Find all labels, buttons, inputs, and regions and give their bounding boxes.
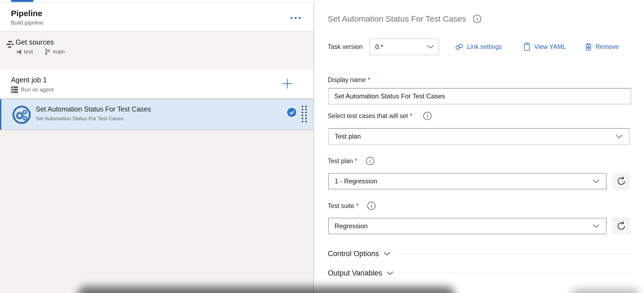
pipeline-editor: Pipeline Build pipeline Get sources test	[0, 0, 644, 293]
drag-handle-icon[interactable]	[302, 106, 307, 122]
task-version-row: Task version 0.*	[328, 39, 439, 55]
link-settings-label: Link settings	[467, 43, 502, 51]
server-icon	[11, 86, 18, 93]
task-settings-panel: Set Automation Status For Test Cases Tas…	[315, 0, 644, 293]
display-name-input[interactable]	[328, 88, 631, 104]
link-settings-button[interactable]: Link settings	[455, 39, 502, 55]
agent-job-title: Agent job 1	[11, 76, 47, 84]
steps-icon	[6, 40, 14, 49]
remove-label: Remove	[595, 43, 619, 51]
remove-button[interactable]: Remove	[585, 39, 619, 55]
chevron-down-icon	[427, 45, 434, 49]
task-list-empty-area	[0, 130, 314, 293]
task-subtitle: Set Automation Status For Test Cases	[36, 116, 123, 122]
refresh-icon	[616, 221, 626, 231]
repo-name[interactable]: test	[24, 49, 33, 55]
section-divider	[397, 253, 631, 254]
plus-icon	[281, 78, 293, 90]
select-test-cases-dropdown[interactable]: Test plan	[328, 128, 630, 145]
test-suite-value: Regression	[335, 222, 368, 230]
test-plan-dropdown[interactable]: 1 - Regression	[328, 173, 607, 189]
task-version-select[interactable]: 0.*	[369, 39, 439, 55]
chevron-down-icon	[616, 135, 622, 138]
git-branch-icon	[45, 48, 50, 55]
pipeline-header: Pipeline Build pipeline	[0, 3, 314, 31]
output-variables-section[interactable]: Output Variables	[328, 266, 631, 280]
select-test-cases-value: Test plan	[335, 133, 361, 140]
task-title: Set Automation Status For Test Cases	[36, 105, 151, 113]
link-icon	[455, 43, 463, 51]
pipeline-tree-panel: Pipeline Build pipeline Get sources test	[0, 3, 314, 293]
select-test-cases-label: Select test cases that will set*	[328, 112, 432, 120]
task-row-selected[interactable]: Set Automation Status For Test Cases Set…	[0, 99, 314, 130]
agent-job-row[interactable]: Agent job 1 Run on agent	[0, 70, 314, 99]
ellipsis-icon	[291, 17, 293, 19]
test-plan-value: 1 - Regression	[335, 177, 377, 185]
task-version-value: 0.*	[375, 43, 383, 51]
check-icon	[289, 110, 294, 115]
add-task-button[interactable]	[281, 78, 293, 90]
info-icon[interactable]	[366, 157, 374, 165]
more-options-button[interactable]	[287, 13, 304, 22]
test-suite-label: Test suite*	[328, 202, 376, 210]
get-sources-row[interactable]: Get sources test main	[0, 31, 314, 70]
task-settings-title: Set Automation Status For Test Cases	[328, 14, 466, 24]
section-divider	[400, 273, 631, 273]
clipboard-icon	[523, 43, 531, 51]
test-suite-dropdown[interactable]: Regression	[328, 218, 607, 234]
get-sources-title: Get sources	[16, 38, 54, 46]
branch-name[interactable]: main	[53, 49, 64, 55]
info-icon[interactable]	[423, 112, 432, 120]
task-settings-header: Set Automation Status For Test Cases	[328, 14, 481, 24]
agent-job-subtitle: Run on agent	[21, 87, 54, 93]
test-plan-refresh-button[interactable]	[613, 172, 630, 190]
info-icon[interactable]	[367, 202, 376, 210]
pipeline-title: Pipeline	[11, 9, 42, 18]
get-sources-meta: test main	[16, 48, 65, 55]
control-options-section[interactable]: Control Options	[328, 247, 631, 260]
agent-job-meta: Run on agent	[11, 86, 54, 93]
output-variables-label: Output Variables	[328, 269, 382, 277]
task-enabled-check[interactable]	[287, 108, 296, 117]
test-plan-label: Test plan*	[328, 157, 374, 165]
control-options-label: Control Options	[328, 250, 379, 258]
display-name-label: Display name*	[328, 76, 370, 84]
refresh-icon	[616, 176, 626, 186]
active-tab-indicator	[11, 0, 33, 2]
task-version-label: Task version	[328, 43, 363, 51]
view-yaml-label: View YAML	[534, 43, 566, 51]
chevron-down-icon	[593, 224, 599, 228]
visual-studio-icon	[16, 49, 22, 55]
trash-icon	[585, 43, 592, 51]
chevron-down-icon	[593, 180, 599, 183]
chevron-down-icon	[383, 252, 391, 256]
view-yaml-button[interactable]: View YAML	[523, 39, 566, 55]
pipeline-subtitle: Build pipeline	[11, 20, 43, 26]
chevron-down-icon	[386, 271, 394, 275]
gears-badge-icon	[12, 106, 31, 124]
test-suite-refresh-button[interactable]	[613, 217, 630, 235]
info-icon[interactable]	[473, 15, 481, 23]
